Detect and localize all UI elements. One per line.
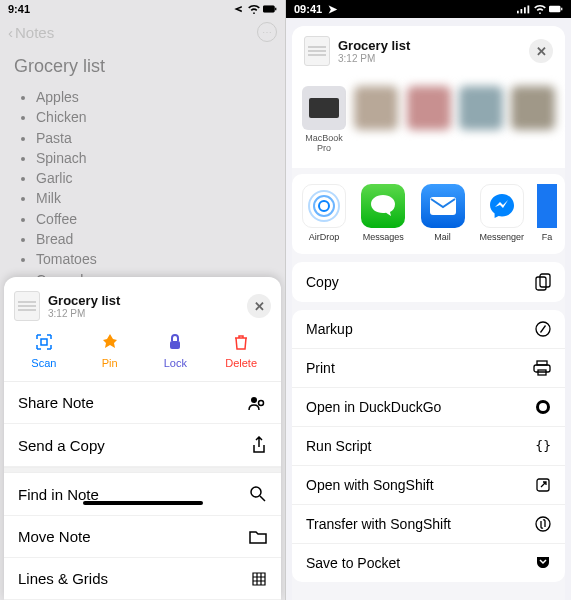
location-icon: ➤ [328, 3, 337, 15]
list-item: Bread [36, 229, 271, 249]
share-sheet-screenshot: 09:41 ➤ Grocery list 3:12 PM ✕ MacBook P… [286, 0, 571, 600]
duckduckgo-icon [535, 399, 551, 415]
back-label: Notes [15, 24, 54, 41]
contact-label: MacBook Pro [302, 134, 346, 154]
note-thumbnail-icon [14, 291, 40, 321]
copy-icon [535, 273, 551, 291]
contact-item[interactable] [354, 86, 398, 154]
messages-icon [361, 184, 405, 228]
svg-point-4 [259, 400, 264, 405]
find-in-note-row[interactable]: Find in Note [4, 473, 281, 516]
share-note-row[interactable]: Share Note [4, 382, 281, 424]
save-pocket-row[interactable]: Save to Pocket [292, 544, 565, 582]
home-indicator [83, 501, 203, 505]
app-more[interactable]: Fa [537, 184, 557, 242]
list-item: Chicken [36, 107, 271, 127]
svg-point-25 [536, 517, 550, 531]
svg-rect-10 [549, 6, 560, 12]
lock-label: Lock [164, 357, 187, 369]
delete-button[interactable]: Delete [211, 331, 271, 369]
move-note-row[interactable]: Move Note [4, 516, 281, 558]
app-label: Messenger [479, 232, 524, 242]
share-subtitle: 3:12 PM [338, 53, 410, 64]
quick-actions-row: Scan Pin Lock Delete [4, 331, 281, 382]
airdrop-contacts-row[interactable]: MacBook Pro [292, 76, 565, 168]
copy-row[interactable]: Copy [292, 262, 565, 302]
svg-rect-20 [534, 365, 550, 372]
app-messages[interactable]: Messages [359, 184, 407, 242]
close-button[interactable]: ✕ [529, 39, 553, 63]
row-label: Find in Note [18, 486, 99, 503]
row-label: Send a Copy [18, 437, 105, 454]
run-script-row[interactable]: Run Script {} [292, 427, 565, 466]
contact-item[interactable] [406, 86, 450, 154]
scan-icon [33, 331, 55, 353]
sheet-subtitle: 3:12 PM [48, 308, 120, 319]
list-item: Pasta [36, 128, 271, 148]
grid-icon [251, 571, 267, 587]
send-copy-row[interactable]: Send a Copy [4, 424, 281, 467]
lines-grids-row[interactable]: Lines & Grids [4, 558, 281, 600]
close-button[interactable]: ✕ [247, 294, 271, 318]
status-time: 09:41 [294, 3, 322, 15]
sheet-header: Grocery list 3:12 PM ✕ [4, 287, 281, 331]
svg-point-23 [539, 403, 547, 411]
list-item: Coffee [36, 209, 271, 229]
status-icons [517, 4, 563, 14]
row-label: Move Note [18, 528, 91, 545]
lock-button[interactable]: Lock [146, 331, 206, 369]
note-thumbnail-icon [304, 36, 330, 66]
actions-group-1: Copy [292, 262, 565, 302]
note-action-sheet: Grocery list 3:12 PM ✕ Scan Pin Lock Del… [4, 277, 281, 600]
markup-row[interactable]: Markup [292, 310, 565, 349]
status-bar: 9:41 [0, 0, 285, 18]
app-messenger[interactable]: Messenger [478, 184, 526, 242]
print-row[interactable]: Print [292, 349, 565, 388]
mail-icon [421, 184, 465, 228]
share-apps-row[interactable]: AirDrop Messages Mail Messenger Fa [292, 174, 565, 254]
list-item: Tomatoes [36, 249, 271, 269]
facebook-icon [537, 184, 557, 228]
airplane-mode-icon [231, 4, 245, 14]
more-options-button[interactable]: ⋯ [257, 22, 277, 42]
row-label: Transfer with SongShift [306, 516, 451, 532]
transfer-songshift-row[interactable]: Transfer with SongShift [292, 505, 565, 544]
list-item: Apples [36, 87, 271, 107]
svg-point-3 [251, 397, 257, 403]
lock-icon [164, 331, 186, 353]
list-item: Spinach [36, 148, 271, 168]
back-to-notes[interactable]: ‹ Notes ⋯ [0, 18, 285, 46]
status-bar: 09:41 ➤ [286, 0, 571, 18]
braces-icon: {} [535, 438, 551, 453]
search-icon [249, 485, 267, 503]
svg-point-13 [314, 196, 334, 216]
svg-rect-6 [517, 11, 519, 14]
app-airdrop[interactable]: AirDrop [300, 184, 348, 242]
markup-icon [535, 321, 551, 337]
row-label: Run Script [306, 438, 371, 454]
svg-rect-9 [528, 6, 530, 14]
pin-button[interactable]: Pin [80, 331, 140, 369]
app-mail[interactable]: Mail [419, 184, 467, 242]
share-header: Grocery list 3:12 PM ✕ [292, 26, 565, 76]
open-songshift-row[interactable]: Open with SongShift [292, 466, 565, 505]
scan-button[interactable]: Scan [14, 331, 74, 369]
app-label: Mail [434, 232, 451, 242]
contact-item[interactable] [511, 86, 555, 154]
open-duckduckgo-row[interactable]: Open in DuckDuckGo [292, 388, 565, 427]
row-label: Open with SongShift [306, 477, 434, 493]
trash-icon [230, 331, 252, 353]
delete-label: Delete [225, 357, 257, 369]
grocery-list: Apples Chicken Pasta Spinach Garlic Milk… [14, 87, 271, 290]
cellular-icon [517, 4, 531, 14]
collaborate-icon [247, 395, 267, 411]
row-label: Lines & Grids [18, 570, 108, 587]
svg-rect-16 [536, 277, 546, 290]
contact-macbook[interactable]: MacBook Pro [302, 86, 346, 154]
folder-icon [249, 530, 267, 544]
battery-icon [549, 4, 563, 14]
status-icons [231, 4, 277, 14]
svg-rect-7 [521, 9, 523, 13]
wifi-icon [533, 4, 547, 14]
contact-item[interactable] [459, 86, 503, 154]
